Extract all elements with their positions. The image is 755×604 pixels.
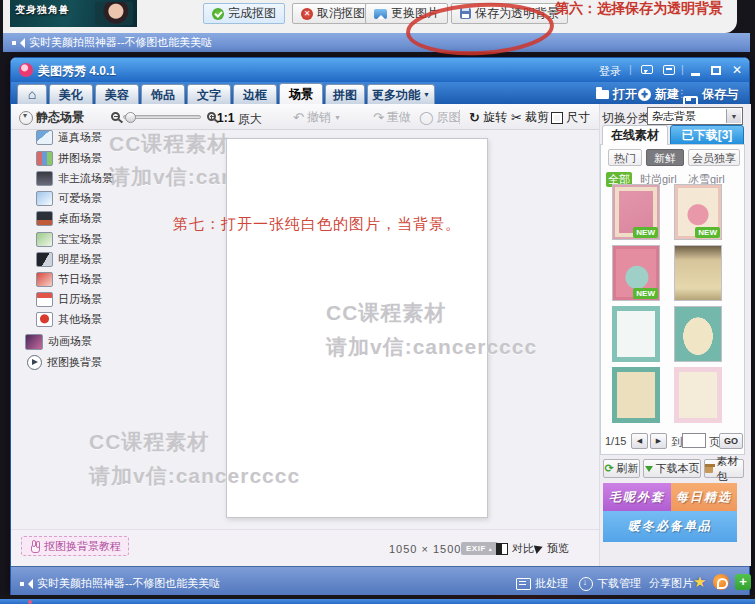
material-thumbnail[interactable] — [612, 306, 660, 362]
tab-home[interactable]: ⌂ — [17, 84, 47, 104]
titlebar[interactable]: 美图秀秀 4.0.1 登录 | | ✕ — [11, 58, 749, 82]
sidebar-item-realistic[interactable]: 逼真场景 — [36, 130, 102, 145]
redo-button[interactable]: ↷ 重做 — [373, 109, 411, 126]
cutout-tutorial-badge[interactable]: 抠图换背景教程 — [21, 536, 129, 556]
undo-button[interactable]: ↶ 撤销 ▼ — [293, 109, 341, 126]
filter-fresh[interactable]: 新鲜 — [646, 149, 684, 166]
open-button[interactable]: 打开 — [596, 86, 637, 103]
sidebar-item-other[interactable]: 其他场景 — [36, 312, 102, 327]
status-bar: 实时美颜拍照神器--不修图也能美美哒 批处理 下载管理 分享图片 ★ — [11, 566, 749, 596]
zoom-out-icon[interactable] — [111, 112, 120, 121]
preview-button[interactable]: 预览 — [535, 541, 569, 556]
prev-page-button[interactable]: ◀ — [631, 433, 648, 449]
material-thumbnail[interactable] — [674, 367, 722, 423]
zoom-slider[interactable] — [123, 115, 201, 119]
static-scene-header[interactable]: 静态场景 — [19, 109, 84, 126]
refresh-button[interactable]: ⟳ 刷新 — [603, 459, 640, 478]
promo-wool-coat[interactable]: 毛呢外套 — [603, 483, 671, 511]
cancel-cutout-button[interactable]: 取消抠图 — [292, 3, 374, 24]
sidebar-item-animated-scene[interactable]: 动画场景 — [25, 334, 92, 349]
sidebar-item-star[interactable]: 明星场景 — [36, 252, 102, 267]
rotate-icon: ↻ — [469, 111, 480, 124]
tab-accessory[interactable]: 饰品 — [141, 84, 185, 104]
zoom-slider-knob[interactable] — [125, 112, 136, 123]
sidebar-item-cute[interactable]: 可爱场景 — [36, 191, 102, 206]
category-dropdown[interactable]: 杂志背景 ▼ — [647, 107, 743, 125]
material-pack-button[interactable]: 素材包 — [704, 459, 744, 478]
crop-button[interactable]: ✂ 裁剪 — [511, 109, 549, 126]
close-button[interactable]: ✕ — [732, 63, 742, 77]
promo-banner-photo — [95, 2, 133, 25]
material-thumbnail[interactable]: NEW — [674, 184, 722, 240]
finish-cutout-button[interactable]: 完成抠图 — [203, 3, 285, 24]
sidebar-item-cutout-background[interactable]: 抠图换背景 — [27, 355, 102, 370]
weibo-icon[interactable] — [713, 574, 729, 590]
scene-thumb-icon — [36, 171, 53, 186]
chevron-down-icon: ▼ — [334, 114, 341, 121]
watermark-line1: CC课程素材 — [326, 299, 446, 327]
filter-hot[interactable]: 热门 — [608, 149, 642, 166]
material-thumbnail[interactable]: NEW — [612, 184, 660, 240]
exif-badge[interactable]: EXIF — [461, 542, 498, 555]
tab-collage[interactable]: 拼图 — [325, 84, 365, 104]
promo-winter-essentials[interactable]: 暖冬必备单品 — [603, 511, 737, 542]
compare-button[interactable]: 对比 — [496, 541, 534, 556]
original-view-label: 原图 — [437, 109, 461, 126]
material-thumbnail[interactable]: NEW — [612, 245, 660, 301]
maximize-button[interactable] — [711, 66, 721, 75]
resize-button[interactable]: 尺寸 — [551, 109, 590, 126]
check-circle-icon — [212, 8, 224, 20]
save-transparent-button[interactable]: 保存为透明背景 — [451, 3, 568, 24]
star-favorite-icon[interactable]: ★ — [693, 573, 706, 591]
tab-downloaded[interactable]: 已下载[3] — [670, 125, 744, 145]
message-board-icon[interactable] — [663, 65, 675, 75]
batch-process-button[interactable]: 批处理 — [516, 576, 568, 591]
add-app-icon[interactable] — [735, 574, 751, 590]
promo-banner[interactable]: 变身独角兽 — [10, 0, 137, 27]
sidebar-item-festival[interactable]: 节日场景 — [36, 272, 102, 287]
promo-daily-picks[interactable]: 每日精选 — [671, 483, 737, 511]
original-size-button[interactable]: 原大 — [238, 111, 262, 128]
go-button[interactable]: GO — [719, 433, 743, 449]
minimize-button[interactable] — [691, 73, 700, 76]
filter-member-exclusive[interactable]: 会员独享 — [688, 149, 740, 166]
static-scene-label: 静态场景 — [36, 109, 84, 126]
tab-cosmetic[interactable]: 美容 — [95, 84, 139, 104]
material-pack-label: 素材包 — [716, 454, 743, 484]
cancel-cutout-label: 取消抠图 — [317, 5, 365, 22]
material-thumbnail[interactable] — [674, 306, 722, 362]
tab-more-features[interactable]: 更多功能▼ — [367, 84, 435, 104]
download-icon — [579, 577, 593, 591]
zoom-ratio-label[interactable]: 1:1 — [217, 111, 234, 125]
compare-icon — [496, 543, 508, 555]
original-view-button[interactable]: ◯ 原图 — [419, 109, 461, 126]
page-input[interactable] — [682, 433, 706, 448]
annotation-step6: 第六：选择保存为透明背景 — [555, 0, 723, 18]
goto-label: 到 — [671, 435, 682, 450]
sidebar-item-calendar[interactable]: 日历场景 — [36, 292, 102, 307]
download-page-button[interactable]: 下载本页 — [643, 459, 701, 478]
zoom-in-icon[interactable] — [207, 112, 216, 121]
next-page-button[interactable]: ▶ — [650, 433, 667, 449]
material-thumbnail[interactable] — [674, 245, 722, 301]
canvas-image[interactable] — [226, 138, 488, 518]
tab-beautify[interactable]: 美化 — [49, 84, 93, 104]
tab-frame[interactable]: 边框 — [233, 84, 277, 104]
tab-scene[interactable]: 场景 — [279, 83, 323, 104]
new-button[interactable]: 新建 — [638, 86, 679, 103]
rotate-button[interactable]: ↻ 旋转 — [469, 109, 507, 126]
sidebar-item-desktop[interactable]: 桌面场景 — [36, 211, 102, 226]
tab-online-materials[interactable]: 在线素材 — [602, 125, 668, 145]
login-link[interactable]: 登录 — [599, 64, 621, 79]
tab-text[interactable]: 文字 — [187, 84, 231, 104]
change-image-button[interactable]: 更换图片 — [365, 3, 448, 24]
save-icon — [460, 8, 471, 19]
download-manager-button[interactable]: 下载管理 — [579, 576, 641, 591]
material-thumbnail[interactable] — [612, 367, 660, 423]
sidebar-item-baby[interactable]: 宝宝场景 — [36, 232, 102, 247]
share-image-button[interactable]: 分享图片 — [649, 576, 693, 591]
image-dimensions: 1050 × 1500 — [389, 543, 461, 555]
sidebar-item-collage[interactable]: 拼图场景 — [36, 151, 102, 166]
sidebar-item-nonmainstream[interactable]: 非主流场景 — [36, 171, 113, 186]
feedback-chat-icon[interactable] — [641, 65, 653, 74]
